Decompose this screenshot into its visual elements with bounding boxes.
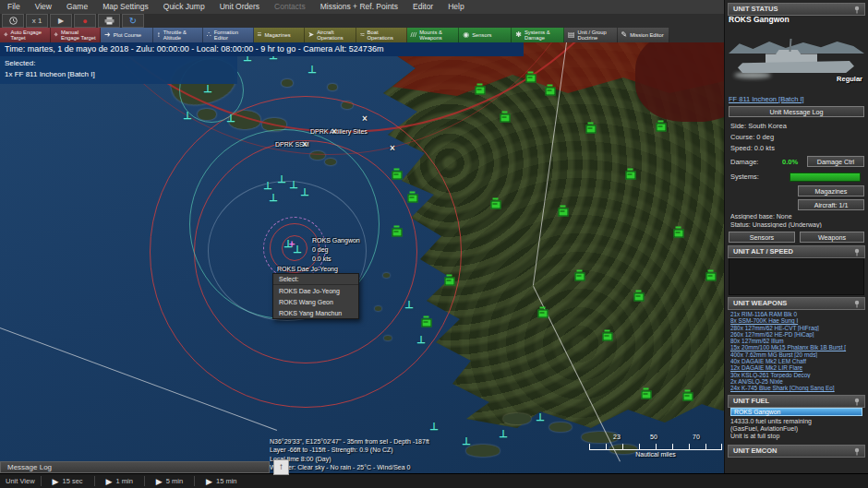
menu-game[interactable]: Game [59, 0, 95, 14]
map-marker-army[interactable] [500, 114, 511, 123]
weapon-link[interactable]: 80x 127mm/62 Illum [730, 338, 864, 344]
pin-icon[interactable] [853, 248, 861, 256]
context-menu-item[interactable]: ROKS Wang Geon [273, 296, 358, 307]
message-log-panel-header[interactable]: Message Log [0, 461, 270, 473]
manual-engage-target-button[interactable]: ⌖Manual Engage Target [51, 28, 102, 42]
time-step-15min-button[interactable]: ▶15 min [200, 477, 242, 486]
sensors-button[interactable]: ◉Sensors [459, 28, 512, 42]
play-button[interactable]: ▶ [50, 14, 72, 28]
map-marker-navy[interactable]: ⊥ [429, 421, 439, 433]
map-marker-army[interactable] [603, 333, 613, 341]
weapon-link[interactable]: 260x 127mm/62 HE-PD [HiCap] [730, 331, 864, 338]
weapon-link[interactable]: 400x 7.62mm MG Burst [20 rnds] [730, 351, 864, 358]
time-step-15sec-button[interactable]: ▶15 sec [47, 477, 89, 486]
map-marker-navy[interactable]: ⊥ [226, 113, 235, 125]
map-marker-army[interactable] [674, 230, 684, 238]
pin-icon[interactable] [853, 447, 861, 456]
map-marker-army[interactable] [657, 124, 667, 132]
weapon-link[interactable]: 2x AN/SLQ-25 Nixie [730, 378, 864, 385]
unit-fuel-header[interactable]: UNIT FUEL [728, 395, 865, 408]
map-marker-army[interactable] [642, 391, 652, 399]
map-marker-army[interactable] [408, 195, 418, 203]
magazines-sidebar-button[interactable]: Magazines [798, 185, 864, 196]
map-marker-army[interactable] [392, 172, 403, 180]
map-marker-army[interactable] [546, 88, 556, 96]
menu-editor[interactable]: Editor [405, 0, 440, 14]
map-marker-army[interactable] [626, 172, 636, 180]
menu-unit-orders[interactable]: Unit Orders [212, 0, 267, 14]
weapons-sidebar-button[interactable]: Weapons [800, 232, 864, 243]
menu-file[interactable]: File [0, 0, 28, 14]
unit-alt-speed-header[interactable]: UNIT ALT / SPEED [728, 245, 865, 258]
context-menu-item[interactable]: ROKS Dae Jo-Yeong [273, 285, 358, 296]
map-marker-army[interactable] [538, 310, 549, 318]
unit-message-log-button[interactable]: Unit Message Log [729, 106, 864, 117]
map-marker-navy[interactable]: ⊥ [416, 334, 426, 346]
systems-damage-button[interactable]: ✱Systems & Damage [512, 28, 564, 42]
map-marker-army[interactable] [575, 273, 585, 281]
menu-map-settings[interactable]: Map Settings [95, 0, 156, 14]
map-marker-army[interactable] [634, 293, 645, 302]
map-marker-army[interactable] [491, 201, 501, 209]
aircraft-button[interactable]: Aircraft: 1/1 [798, 199, 864, 210]
weapon-link[interactable]: 40x DAGAIE Mk2 LEM Chaff [730, 358, 864, 364]
weapon-link[interactable]: 21x RIM-116A RAM Blk 0 [730, 311, 864, 317]
map-marker-xsite[interactable]: × [302, 139, 307, 149]
map-marker-navy[interactable]: ⊥ [300, 186, 309, 198]
mission-editor-button[interactable]: ✎Mission Editor [618, 28, 670, 42]
menu-missions-ref-points[interactable]: Missions + Ref. Points [313, 0, 405, 14]
map-marker-navy[interactable]: ⊥ [307, 64, 317, 76]
map-marker-navy[interactable]: ⊥ [269, 192, 278, 204]
map-marker-navy[interactable]: ⊥ [404, 299, 414, 311]
fuel-selected-unit-row[interactable]: ROKS Gangwon [730, 408, 862, 416]
weapon-link[interactable]: 280x 127mm/62 HE-CVT [HiFrag] [730, 325, 864, 331]
map-marker-army[interactable] [586, 125, 597, 134]
map-marker-xsite[interactable]: × [332, 126, 337, 137]
map-marker-navy[interactable]: ⊥ [289, 179, 298, 191]
mounts-weapons-button[interactable]: ///Mounts & Weapons [407, 28, 460, 42]
menu-quick-jump[interactable]: Quick Jump [156, 0, 212, 14]
weapon-link[interactable]: 15x 20mm/100 Mk15 Phalanx Blk 1B Burst [ [730, 344, 864, 351]
aircraft-operations-button[interactable]: ➤Aircraft Operations [305, 28, 357, 42]
map-marker-navy[interactable]: ⊥ [277, 173, 286, 185]
map-marker-army[interactable] [559, 208, 569, 217]
sensors-sidebar-button[interactable]: Sensors [729, 232, 795, 243]
weapon-link[interactable]: 8x SSM-700K Hae Sung I [730, 317, 864, 324]
map-marker-army[interactable] [706, 273, 717, 281]
record-button[interactable]: ● [74, 14, 96, 28]
map-marker-navy[interactable]: ⊥ [536, 411, 545, 423]
weapon-link[interactable]: 12x DAGAIE Mk2 LIR Flare [730, 364, 864, 371]
refresh-icon[interactable]: ↻ [122, 14, 144, 28]
unit-class-link[interactable]: FF 811 Incheon [Batch I] [729, 95, 862, 103]
unit-status-header[interactable]: UNIT STATUS [728, 3, 865, 16]
map-marker-navy[interactable]: ⊥ [283, 238, 293, 250]
pin-icon[interactable] [853, 300, 861, 308]
pin-icon[interactable] [853, 398, 861, 406]
map-marker-army[interactable] [526, 75, 536, 83]
map-marker-navy[interactable]: ⊥ [263, 180, 272, 192]
map-marker-xsite[interactable]: × [390, 143, 395, 153]
map-marker-army[interactable] [683, 393, 693, 401]
boat-operations-button[interactable]: ≈Boat Operations [356, 28, 406, 42]
throttle-altitude-button[interactable]: ↕Throttle & Altitude [153, 28, 203, 42]
map-marker-navy[interactable]: ⊥ [203, 83, 212, 95]
time-compression-value[interactable]: x 1 [26, 14, 48, 28]
weapon-link[interactable]: 24x K-745 Blue Shark [Chong Sang Eo] [730, 385, 864, 391]
plot-course-button[interactable]: ➜Plot Course [101, 28, 153, 42]
context-menu-item[interactable]: ROKS Yang Manchun [273, 307, 358, 318]
map-marker-navy[interactable]: ⊥ [462, 435, 471, 447]
unit-weapons-header[interactable]: UNIT WEAPONS [728, 297, 865, 310]
menu-view[interactable]: View [28, 0, 59, 14]
time-step-5min-button[interactable]: ▶5 min [151, 477, 188, 486]
printer-icon[interactable] [98, 14, 120, 28]
unit-group-doctrine-button[interactable]: ▤Unit / Group Doctrine [564, 28, 618, 42]
map-marker-navy[interactable]: ⊥ [293, 244, 302, 256]
pin-icon[interactable] [853, 6, 861, 14]
map-marker-army[interactable] [392, 229, 403, 237]
auto-engage-target-button[interactable]: ⌖Auto Engage Target [0, 28, 51, 42]
time-step-1min-button[interactable]: ▶1 min [101, 477, 139, 486]
map-marker-navy[interactable]: ⊥ [499, 428, 508, 440]
damage-ctrl-button[interactable]: Damage Ctrl [807, 156, 864, 167]
magazines-button[interactable]: ≡Magazines [254, 28, 305, 42]
menu-help[interactable]: Help [440, 0, 471, 14]
